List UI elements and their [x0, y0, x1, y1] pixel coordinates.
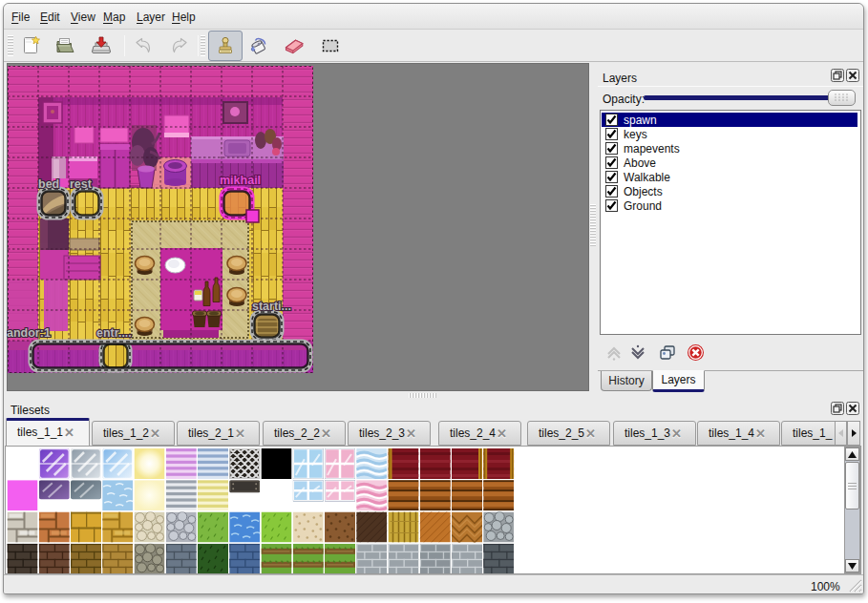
svg-text:mikhail: mikhail [220, 174, 261, 187]
svg-text:andor:1: andor:1 [7, 326, 51, 340]
svg-text:starti...: starti... [252, 300, 291, 313]
svg-text:entr....: entr.... [96, 326, 132, 340]
svg-text:bed: bed [38, 177, 59, 191]
svg-text:rest: rest [70, 177, 93, 191]
